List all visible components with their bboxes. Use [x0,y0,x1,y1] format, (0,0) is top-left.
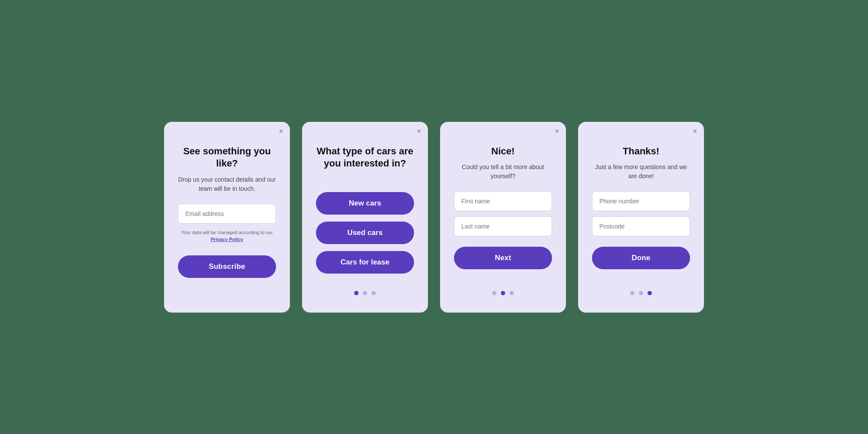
dot-3 [372,291,376,295]
card-subscribe: × See something you like? Drop us your c… [164,122,290,313]
card3-title: Nice! [491,145,515,158]
dot-1 [630,291,635,295]
dot-3 [648,291,652,295]
car-type-choices: New cars Used cars Cars for lease [316,192,414,274]
card-car-type: × What type of cars are you interested i… [302,122,428,313]
phone-input[interactable] [592,191,690,211]
progress-dots-3 [492,287,514,295]
dot-2 [639,291,643,295]
card4-subtitle: Just a few more questions and we are don… [592,163,690,181]
dot-2 [363,291,367,295]
card-thanks: × Thanks! Just a few more questions and … [578,122,704,313]
privacy-text: Your data will be managed according to o… [181,229,273,243]
last-name-input[interactable] [454,216,552,236]
dot-2 [501,291,505,295]
card-nice: × Nice! Could you tell a bit more about … [440,122,566,313]
personal-info-form [454,191,552,236]
new-cars-button[interactable]: New cars [316,192,414,215]
dot-3 [510,291,514,295]
next-button[interactable]: Next [454,247,552,269]
cards-container: × See something you like? Drop us your c… [164,122,704,313]
card1-title: See something you like? [178,145,276,170]
progress-dots-4 [630,287,652,295]
done-button[interactable]: Done [592,247,690,269]
progress-dots-2 [354,287,376,295]
dot-1 [354,291,358,295]
card1-subtitle: Drop us your contact details and our tea… [178,175,276,193]
first-name-input[interactable] [454,191,552,211]
dot-1 [492,291,496,295]
close-button-3[interactable]: × [555,128,559,135]
card3-subtitle: Could you tell a bit more about yourself… [454,163,552,181]
subscribe-button[interactable]: Subscribe [178,255,276,278]
card2-title: What type of cars are you interested in? [316,145,414,170]
used-cars-button[interactable]: Used cars [316,222,414,244]
close-button-4[interactable]: × [693,128,697,135]
close-button-2[interactable]: × [417,128,421,135]
privacy-policy-link[interactable]: Privacy Policy [211,237,243,242]
postcode-input[interactable] [592,216,690,236]
close-button-1[interactable]: × [279,128,283,135]
card4-title: Thanks! [623,145,659,158]
cars-for-lease-button[interactable]: Cars for lease [316,251,414,274]
contact-info-form [592,191,690,236]
email-input[interactable] [178,204,276,224]
